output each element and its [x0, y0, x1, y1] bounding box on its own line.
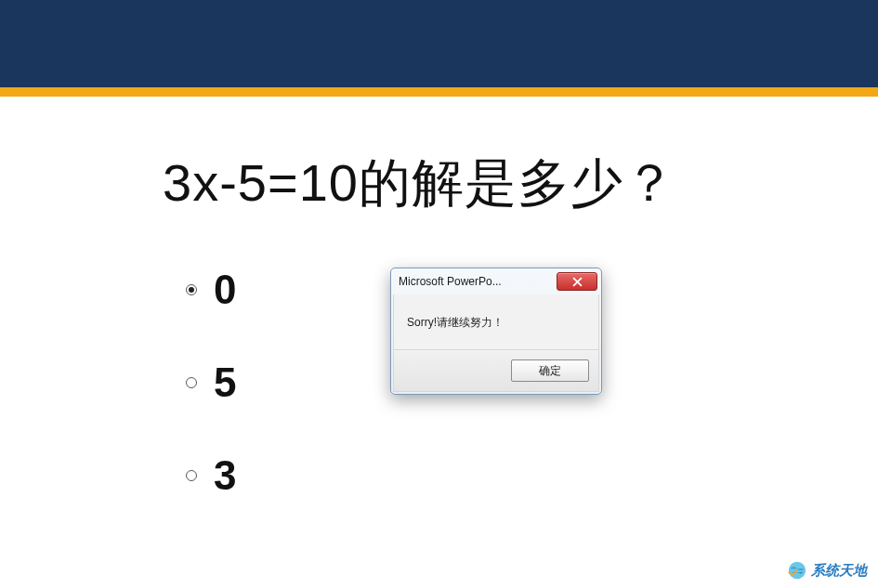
- watermark-text: 系统天地: [811, 562, 867, 580]
- radio-option-0[interactable]: [186, 284, 197, 295]
- option-row: 3: [186, 455, 236, 496]
- watermark: 系统天地: [787, 560, 867, 581]
- option-label: 3: [214, 455, 236, 496]
- slide-header-band: [0, 0, 878, 87]
- radio-option-1[interactable]: [186, 377, 197, 388]
- message-dialog: Microsoft PowerPo... Sorry!请继续努力！ 确定: [390, 268, 602, 395]
- question-title: 3x-5=10的解是多少？: [163, 149, 676, 219]
- option-row: 5: [186, 362, 236, 403]
- close-button[interactable]: [557, 272, 597, 291]
- dialog-button-row: 确定: [394, 349, 598, 391]
- dialog-titlebar[interactable]: Microsoft PowerPo...: [391, 268, 601, 294]
- ok-button[interactable]: 确定: [511, 359, 589, 382]
- dialog-message: Sorry!请继续努力！: [394, 294, 598, 349]
- option-label: 0: [214, 269, 236, 310]
- close-icon: [572, 277, 583, 287]
- slide-accent-band: [0, 87, 878, 97]
- dialog-title: Microsoft PowerPo...: [399, 275, 502, 288]
- options-group: 0 5 3: [186, 269, 236, 548]
- option-label: 5: [214, 362, 236, 403]
- dialog-body: Sorry!请继续努力！ 确定: [393, 294, 599, 392]
- radio-option-2[interactable]: [186, 470, 197, 481]
- globe-icon: [787, 560, 807, 581]
- option-row: 0: [186, 269, 236, 310]
